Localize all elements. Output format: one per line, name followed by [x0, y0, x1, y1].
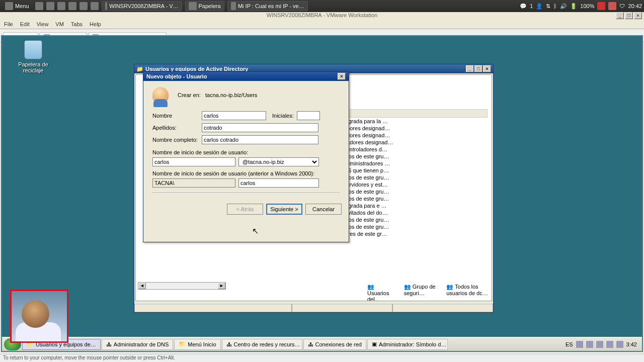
list-item[interactable]: bros de este gru…	[342, 223, 488, 230]
list-item[interactable]: lores de este gr…	[342, 230, 488, 237]
list-item[interactable]: Usuarios del ..Grupo de seguri…Todos los…	[367, 284, 492, 301]
nombrecompleto-label: Nombre completo:	[152, 137, 199, 143]
list-item[interactable]: nadores designad…	[342, 139, 488, 146]
close-button[interactable]: ×	[483, 65, 491, 72]
list-item[interactable]: tegrada para e …	[342, 202, 488, 209]
guest-taskbar: 📁Usuarios y equipos de… 🖧Administrador d…	[2, 337, 642, 351]
trash-icon	[24, 40, 42, 59]
cmd-icon: ▣	[372, 341, 377, 347]
shield-icon[interactable]: 🛡	[619, 3, 625, 9]
battery-icon[interactable]: 🔋	[570, 3, 577, 10]
tray-icon[interactable]	[606, 341, 613, 348]
taskbar-item-network-center[interactable]: 🖧Centro de redes y recurs…	[222, 339, 302, 350]
taskbar-item-startmenu[interactable]: 📁Menú Inicio	[174, 339, 220, 350]
menu-tabs[interactable]: Tabs	[71, 21, 83, 27]
user-icon[interactable]: 👤	[536, 3, 543, 10]
network-icon[interactable]: ⇅	[546, 3, 550, 10]
language-indicator[interactable]: ES	[566, 341, 573, 347]
menu-vm[interactable]: VM	[55, 21, 64, 27]
tray-icon[interactable]	[576, 341, 583, 348]
host-task-vmware[interactable]: WINSRV2008ZIMBRA - V…	[102, 1, 182, 11]
launcher-icon[interactable]	[79, 2, 88, 10]
close-button[interactable]: ×	[634, 12, 642, 19]
horizontal-scrollbar[interactable]: ◄ ►	[138, 282, 226, 290]
apellidos-label: Apellidos:	[152, 125, 199, 131]
guest-clock[interactable]: 3:42	[626, 341, 637, 347]
host-task-browser[interactable]: Mi IP : Cual es mi IP - ve…	[227, 1, 308, 11]
maximize-button[interactable]: □	[474, 65, 482, 72]
list-item[interactable]: administradores …	[342, 160, 488, 167]
ad-list[interactable]: tegrada para la …obores designad…adores …	[342, 118, 488, 237]
launcher-icon[interactable]	[68, 2, 76, 10]
list-item[interactable]: controladores d…	[342, 146, 488, 153]
dialog-titlebar[interactable]: Nuevo objeto - Usuario ×	[143, 72, 349, 81]
list-item[interactable]: servidores y est…	[342, 181, 488, 188]
next-button[interactable]: Siguiente >	[266, 204, 302, 215]
taskbar-item-connections[interactable]: 🖧Conexiones de red	[303, 339, 366, 350]
list-item[interactable]: bros de este gru…	[342, 188, 488, 195]
dns-icon: 🖧	[106, 341, 112, 347]
list-item[interactable]: bros de este gru…	[342, 216, 488, 223]
launcher-icon[interactable]	[57, 2, 65, 10]
minimize-button[interactable]: _	[466, 65, 474, 72]
recycle-bin[interactable]: Papelera de reciclaje	[17, 40, 49, 73]
user-count: 1	[530, 3, 533, 9]
iniciales-label: Iniciales:	[272, 113, 294, 119]
iniciales-input[interactable]	[297, 111, 320, 120]
list-item[interactable]: bros de este gru…	[342, 195, 488, 202]
apellidos-input[interactable]	[202, 123, 318, 132]
guest-desktop[interactable]: Papelera de reciclaje 📁 Usuarios y equip…	[2, 36, 642, 351]
nombre-label: Nombre	[152, 113, 199, 119]
logon2000-input[interactable]	[238, 178, 319, 188]
vm-display[interactable]: Papelera de reciclaje 📁 Usuarios y equip…	[1, 35, 643, 352]
launcher-icon[interactable]	[91, 2, 99, 10]
close-button[interactable]: ×	[338, 73, 346, 80]
logon-input[interactable]	[152, 157, 235, 166]
nombre-input[interactable]	[202, 111, 266, 120]
launcher-icon[interactable]	[46, 2, 54, 10]
menu-view[interactable]: View	[37, 21, 49, 27]
record-icon[interactable]	[597, 2, 605, 10]
list-item[interactable]: adores designad…	[342, 132, 488, 139]
list-item[interactable]: tegrada para la …	[342, 118, 488, 125]
host-menu-button[interactable]: Menu	[2, 1, 32, 11]
taskbar-item-cmd[interactable]: ▣Administrador: Símbolo d…	[367, 339, 448, 350]
tray-icon[interactable]	[596, 341, 603, 348]
column-header[interactable]: n	[342, 109, 488, 118]
domain-select[interactable]: @tacna.no-ip.biz	[238, 157, 319, 166]
maximize-button[interactable]: □	[625, 12, 633, 19]
taskbar-item-dns[interactable]: 🖧Administrador de DNS	[102, 339, 173, 350]
volume-icon[interactable]: 🔊	[560, 3, 567, 10]
menu-file[interactable]: File	[4, 21, 13, 27]
system-tray: ES 3:42	[562, 341, 640, 348]
bluetooth-icon[interactable]: ᛒ	[553, 3, 557, 9]
vmware-icon	[105, 2, 108, 10]
notification-icon[interactable]: 💬	[520, 3, 527, 10]
list-item[interactable]: invitados del do…	[342, 209, 488, 216]
list-item[interactable]: bros de este gru…	[342, 153, 488, 160]
scroll-left-icon[interactable]: ◄	[138, 283, 146, 289]
host-clock[interactable]: 20:42	[628, 3, 642, 9]
vmware-window-title: WINSRV2008ZIMBRA - VMware Workstation _ …	[0, 12, 644, 19]
mint-icon	[5, 2, 13, 10]
logon-label: Nombre de inicio de sesión de usuario:	[152, 149, 340, 155]
browser-icon	[231, 2, 236, 10]
tray-icon[interactable]	[616, 341, 623, 348]
stop-icon[interactable]	[608, 2, 616, 10]
network-icon: 🖧	[308, 341, 313, 347]
menu-help[interactable]: Help	[90, 21, 101, 27]
minimize-button[interactable]: _	[616, 12, 624, 19]
logon2000-label: Nombre de inicio de sesión de usuario (a…	[152, 170, 340, 176]
list-item[interactable]: bros de este gru…	[342, 174, 488, 181]
vmware-status-bar: To return to your computer, move the mou…	[0, 354, 644, 362]
menu-edit[interactable]: Edit	[20, 21, 30, 27]
folder-icon: 📁	[136, 66, 143, 72]
launcher-icon[interactable]	[35, 2, 43, 10]
host-task-trash[interactable]: Papelera	[185, 1, 224, 11]
list-item[interactable]: NS que tienen p…	[342, 167, 488, 174]
scroll-right-icon[interactable]: ►	[218, 283, 225, 289]
tray-icon[interactable]	[586, 341, 593, 348]
list-item[interactable]: obores designad…	[342, 125, 488, 132]
nombrecompleto-input[interactable]	[202, 135, 318, 144]
cancel-button[interactable]: Cancelar	[305, 204, 342, 215]
